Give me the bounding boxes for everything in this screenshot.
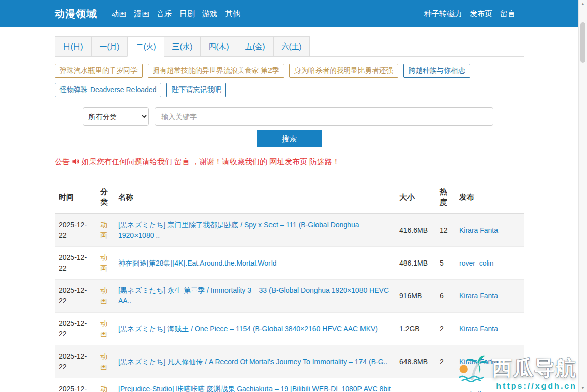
column-header: 发布 — [455, 180, 524, 214]
category-link[interactable]: 动画 — [96, 214, 114, 247]
tag-link[interactable]: 跨越种族与你相恋 — [403, 64, 470, 78]
table-body: 2025-12-22 动画 [黒ネズミたち] 宗门里除了我都是卧底 / Spy … — [55, 214, 524, 392]
cell-name: 神在囧途[第28集][4K].Eat.Around.the.Mortal.Wor… — [114, 247, 395, 280]
torrent-title-link[interactable]: [黒ネズミたち] 海贼王 / One Piece – 1154 (B-Globa… — [118, 325, 378, 333]
cell-size: 648.8MB — [395, 345, 436, 378]
tag-link[interactable]: 怪物弹珠 Deadverse Reloaded — [55, 83, 161, 97]
keyword-input[interactable] — [155, 107, 493, 126]
hot-tags: 弹珠汽水瓶里的千岁同学拥有超常技能的异世界流浪美食家 第2季身为暗杀者的我明显比… — [55, 64, 500, 97]
main-content: 日(日)一(月)二(火)三(水)四(木)五(金)六(土) 弹珠汽水瓶里的千岁同学… — [55, 36, 524, 392]
torrent-title-link[interactable]: 神在囧途[第28集][4K].Eat.Around.the.Mortal.Wor… — [118, 259, 277, 267]
main-nav: 动画漫画音乐日剧游戏其他 — [111, 9, 424, 19]
cell-date: 2025-12-22 — [55, 378, 96, 392]
palm-tree-icon — [457, 352, 489, 384]
nav-item[interactable]: 音乐 — [157, 9, 172, 19]
cell-date: 2025-12-22 — [55, 247, 96, 280]
column-header: 时间 — [55, 180, 96, 214]
search-bar: 所有分类 — [83, 107, 493, 126]
cell-date: 2025-12-22 — [55, 313, 96, 345]
search-button[interactable]: 搜索 — [257, 130, 322, 147]
nav-item-right[interactable]: 留言 — [500, 9, 515, 19]
category-link[interactable]: 动画 — [96, 378, 114, 392]
cell-heat: 12 — [436, 214, 455, 247]
category-select[interactable]: 所有分类 — [83, 107, 149, 126]
search-button-row: 搜索 — [55, 130, 524, 147]
announcement-text-3: 防迷路！ — [309, 157, 340, 166]
cell-publisher: Kirara Fanta — [455, 313, 524, 345]
site-logo[interactable]: 动漫领域 — [55, 7, 97, 21]
nav-item[interactable]: 日剧 — [179, 9, 195, 19]
weekday-tab[interactable]: 三(水) — [164, 36, 201, 56]
category-link[interactable]: 动画 — [96, 280, 114, 313]
weekday-tab[interactable]: 四(木) — [200, 36, 237, 56]
weekday-tab[interactable]: 五(金) — [237, 36, 274, 56]
column-header: 热度 — [436, 180, 455, 214]
nav-item-right[interactable]: 发布页 — [470, 9, 492, 19]
weekday-tab[interactable]: 日(日) — [55, 36, 92, 56]
cell-name: [Prejudice-Studio] 咔嗒咔嗒 废渊战鬼 Gachiakuta … — [114, 378, 395, 392]
cell-name: [黒ネズミたち] 宗门里除了我都是卧底 / Spy x Sect – 111 (… — [114, 214, 395, 247]
torrent-title-link[interactable]: [Prejudice-Studio] 咔嗒咔嗒 废渊战鬼 Gachiakuta … — [118, 385, 391, 392]
tag-link[interactable]: 陛下请忘记我吧 — [166, 83, 226, 97]
cell-heat: 6 — [436, 280, 455, 313]
cell-publisher: rover_colin — [455, 247, 524, 280]
scroll-up-arrow[interactable]: ▲ — [579, 2, 587, 6]
torrent-title-link[interactable]: [黒ネズミたち] 凡人修仙传 / A Record Of Mortal's Jo… — [118, 358, 387, 366]
publisher-link[interactable]: Kirara Fanta — [459, 292, 498, 300]
watermark: 西瓜导航 https://xgdh.cn — [457, 352, 577, 391]
publisher-link[interactable]: Kirara Fanta — [459, 226, 498, 234]
cell-name: [黒ネズミたち] 永生 第三季 / Immortality 3 – 33 (B-… — [114, 280, 395, 313]
publisher-link[interactable]: Kirara Fanta — [459, 325, 498, 333]
weekday-tab[interactable]: 一(月) — [91, 36, 128, 56]
cell-heat: 5 — [436, 247, 455, 280]
weekday-tab[interactable]: 二(火) — [127, 36, 164, 57]
announcement-label: 公告 — [55, 157, 70, 166]
category-link[interactable]: 动画 — [96, 313, 114, 345]
tag-link[interactable]: 身为暗杀者的我明显比勇者还强 — [289, 64, 398, 78]
nav-item[interactable]: 漫画 — [134, 9, 149, 19]
nav-item[interactable]: 动画 — [111, 9, 126, 19]
table-row: 2025-12-22 动画 [黒ネズミたち] 永生 第三季 / Immortal… — [55, 280, 524, 313]
publish-page-link[interactable]: 网址发布页 — [269, 157, 307, 166]
cell-heat: 2 — [436, 313, 455, 345]
cell-name: [黒ネズミたち] 凡人修仙传 / A Record Of Mortal's Jo… — [114, 345, 395, 378]
table-header-row: 时间分类名称大小热度发布 — [55, 180, 524, 214]
cell-publisher: Kirara Fanta — [455, 280, 524, 313]
column-header: 大小 — [395, 180, 436, 214]
category-link[interactable]: 动画 — [96, 247, 114, 280]
cell-date: 2025-12-22 — [55, 280, 96, 313]
scrollbar[interactable]: ▲ ▼ — [578, 0, 587, 392]
watermark-title: 西瓜导航 — [492, 354, 577, 382]
nav-item[interactable]: 其他 — [225, 9, 240, 19]
scroll-thumb[interactable] — [580, 22, 585, 63]
tag-link[interactable]: 弹珠汽水瓶里的千岁同学 — [55, 64, 143, 78]
table-row: 2025-12-22 动画 [黒ネズミたち] 宗门里除了我都是卧底 / Spy … — [55, 214, 524, 247]
nav-item-right[interactable]: 种子转磁力 — [424, 9, 462, 19]
cell-date: 2025-12-22 — [55, 345, 96, 378]
announcement-text-2: ，谢谢！请收藏我们的 — [192, 157, 267, 166]
column-header: 分类 — [96, 180, 114, 214]
message-board-link[interactable]: 留言 — [174, 157, 190, 166]
top-navbar: 动漫领域 动画漫画音乐日剧游戏其他 种子转磁力发布页留言 — [0, 0, 587, 27]
cell-size: 916MB — [395, 280, 436, 313]
category-link[interactable]: 动画 — [96, 345, 114, 378]
tag-link[interactable]: 拥有超常技能的异世界流浪美食家 第2季 — [148, 64, 284, 78]
scroll-down-arrow[interactable]: ▼ — [579, 386, 587, 390]
nav-right: 种子转磁力发布页留言 — [424, 9, 515, 19]
cell-name: [黒ネズミたち] 海贼王 / One Piece – 1154 (B-Globa… — [114, 313, 395, 345]
torrent-title-link[interactable]: [黒ネズミたち] 永生 第三季 / Immortality 3 – 33 (B-… — [118, 286, 389, 305]
publisher-link[interactable]: rover_colin — [459, 259, 493, 267]
torrent-title-link[interactable]: [黒ネズミたち] 宗门里除了我都是卧底 / Spy x Sect – 111 (… — [118, 221, 359, 239]
nav-item[interactable]: 游戏 — [202, 9, 217, 19]
cell-heat: 4 — [436, 378, 455, 392]
cell-date: 2025-12-22 — [55, 214, 96, 247]
weekday-tab[interactable]: 六(土) — [273, 36, 310, 56]
cell-heat: 2 — [436, 345, 455, 378]
table-row: 2025-12-22 动画 [黒ネズミたち] 凡人修仙传 / A Record … — [55, 345, 524, 378]
announcement-text-1: 如果您有任何问题请给我们 — [81, 157, 172, 166]
cell-publisher: Kirara Fanta — [455, 214, 524, 247]
column-header: 名称 — [114, 180, 395, 214]
speaker-icon — [72, 158, 79, 167]
cell-size: 416.6MB — [395, 214, 436, 247]
table-row: 2025-12-22 动画 [黒ネズミたち] 海贼王 / One Piece –… — [55, 313, 524, 345]
